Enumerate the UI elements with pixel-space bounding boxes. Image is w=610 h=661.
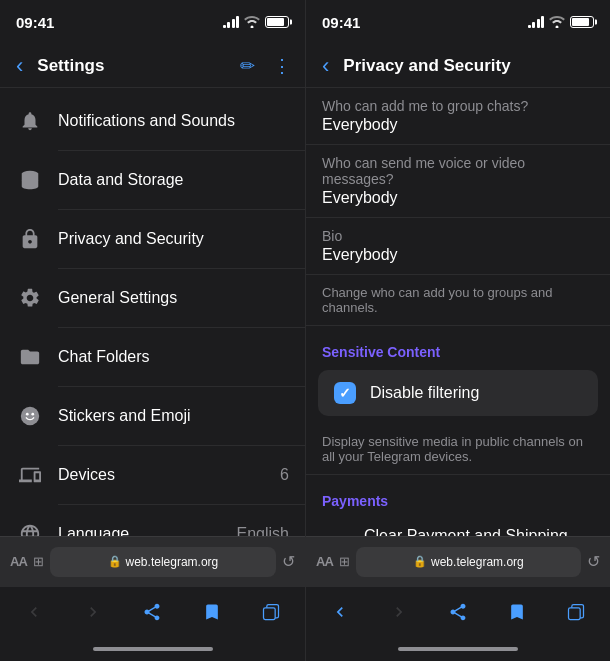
battery-icon (265, 16, 289, 28)
right-forward-nav[interactable] (377, 590, 421, 634)
group-chats-label: Who can add me to group chats? (322, 98, 594, 114)
group-chats-value: Everybody (322, 116, 594, 134)
bio-value: Everybody (322, 246, 594, 264)
separator-7 (58, 504, 305, 505)
disable-filtering-checkbox[interactable]: ✓ (334, 382, 356, 404)
stickers-icon (16, 402, 44, 430)
sidebar-item-privacy[interactable]: Privacy and Security (0, 214, 305, 264)
privacy-label: Privacy and Security (58, 230, 289, 248)
settings-menu-list: Notifications and Sounds Data and Storag… (0, 88, 305, 536)
left-tabs-button[interactable] (249, 590, 293, 634)
separator-6 (58, 445, 305, 446)
left-refresh-button[interactable]: ↺ (282, 552, 295, 571)
disable-filtering-row[interactable]: ✓ Disable filtering (318, 370, 598, 416)
right-share-button[interactable] (436, 590, 480, 634)
right-nav-title: Privacy and Security (343, 56, 600, 76)
group-chats-row[interactable]: Who can add me to group chats? Everybody (306, 88, 610, 145)
right-home-indicator (306, 636, 610, 661)
privacy-content: Who can add me to group chats? Everybody… (306, 88, 610, 536)
right-browser-aa[interactable]: AA (316, 554, 333, 569)
devices-badge: 6 (280, 466, 289, 484)
right-panel: 09:41 ‹ Privacy and Security Wh (305, 0, 610, 661)
right-reader-icon: ⊞ (339, 554, 350, 569)
left-panel: 09:41 ‹ Settings ✏ ⋮ (0, 0, 305, 661)
left-lock-icon: 🔒 (108, 555, 122, 568)
separator-2 (58, 209, 305, 210)
left-back-button[interactable]: ‹ (10, 51, 29, 81)
bio-row[interactable]: Bio Everybody (306, 218, 610, 275)
wifi-icon (244, 16, 260, 28)
right-back-button[interactable]: ‹ (316, 51, 335, 81)
svg-point-1 (21, 407, 39, 425)
sidebar-item-devices[interactable]: Devices 6 (0, 450, 305, 500)
general-label: General Settings (58, 289, 289, 307)
svg-point-3 (31, 413, 34, 416)
right-battery-icon (570, 16, 594, 28)
right-tabs-button[interactable] (554, 590, 598, 634)
language-badge: English (237, 525, 289, 536)
separator-5 (58, 386, 305, 387)
notifications-icon (16, 107, 44, 135)
clear-payment-label: Clear Payment and Shipping Info (364, 527, 594, 536)
devices-icon (16, 461, 44, 489)
left-forward-nav[interactable] (71, 590, 115, 634)
clear-payment-row[interactable]: Clear Payment and Shipping Info (306, 515, 610, 536)
right-lock-icon: 🔒 (413, 555, 427, 568)
sidebar-item-language[interactable]: Language English (0, 509, 305, 536)
voice-messages-value: Everybody (322, 189, 594, 207)
left-bookmarks-button[interactable] (190, 590, 234, 634)
chatfolders-label: Chat Folders (58, 348, 289, 366)
right-nav-bar: ‹ Privacy and Security (306, 44, 610, 88)
left-home-indicator (0, 636, 305, 661)
right-signal-icon (528, 16, 545, 28)
right-browser-bar: AA ⊞ 🔒 web.telegram.org ↺ (306, 536, 610, 586)
bio-label: Bio (322, 228, 594, 244)
more-button[interactable]: ⋮ (269, 51, 295, 81)
sensitive-section-header: Sensitive Content (306, 326, 610, 366)
left-url-box[interactable]: 🔒 web.telegram.org (50, 547, 276, 577)
sidebar-item-stickers[interactable]: Stickers and Emoji (0, 391, 305, 441)
voice-messages-row[interactable]: Who can send me voice or video messages?… (306, 145, 610, 218)
sidebar-item-chatfolders[interactable]: Chat Folders (0, 332, 305, 382)
sidebar-item-notifications[interactable]: Notifications and Sounds (0, 96, 305, 146)
edit-button[interactable]: ✏ (236, 51, 259, 81)
right-status-bar: 09:41 (306, 0, 610, 44)
left-share-button[interactable] (130, 590, 174, 634)
separator-4 (58, 327, 305, 328)
left-nav-actions: ✏ ⋮ (236, 51, 295, 81)
language-label: Language (58, 525, 223, 536)
svg-point-2 (26, 413, 29, 416)
disable-filtering-label: Disable filtering (370, 384, 479, 402)
stickers-label: Stickers and Emoji (58, 407, 289, 425)
data-label: Data and Storage (58, 171, 289, 189)
left-status-bar: 09:41 (0, 0, 305, 44)
sidebar-item-data[interactable]: Data and Storage (0, 155, 305, 205)
voice-messages-label: Who can send me voice or video messages? (322, 155, 594, 187)
right-bookmarks-button[interactable] (495, 590, 539, 634)
right-url-text: web.telegram.org (431, 555, 524, 569)
svg-rect-5 (569, 607, 581, 619)
right-time: 09:41 (322, 14, 360, 31)
separator-3 (58, 268, 305, 269)
right-status-icons (528, 16, 595, 28)
language-icon (16, 520, 44, 536)
general-icon (16, 284, 44, 312)
data-icon (16, 166, 44, 194)
sensitive-note: Display sensitive media in public channe… (306, 424, 610, 475)
left-browser-aa[interactable]: AA (10, 554, 27, 569)
checkmark-icon: ✓ (339, 385, 351, 401)
sidebar-item-general[interactable]: General Settings (0, 273, 305, 323)
left-nav-bar: ‹ Settings ✏ ⋮ (0, 44, 305, 88)
right-back-nav[interactable] (318, 590, 362, 634)
left-back-nav[interactable] (12, 590, 56, 634)
left-nav-title: Settings (37, 56, 228, 76)
left-time: 09:41 (16, 14, 54, 31)
right-url-box[interactable]: 🔒 web.telegram.org (356, 547, 581, 577)
left-status-icons (223, 16, 290, 28)
svg-rect-4 (264, 607, 276, 619)
right-refresh-button[interactable]: ↺ (587, 552, 600, 571)
left-browser-bar: AA ⊞ 🔒 web.telegram.org ↺ (0, 536, 305, 586)
chatfolders-icon (16, 343, 44, 371)
devices-label: Devices (58, 466, 266, 484)
signal-icon (223, 16, 240, 28)
